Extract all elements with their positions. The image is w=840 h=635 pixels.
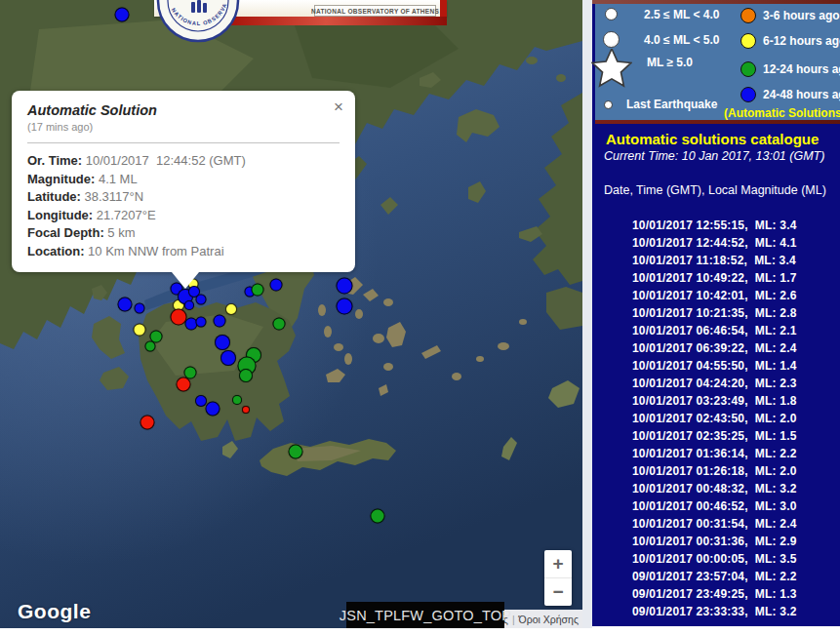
right-panel: 2.5 ≤ ML < 4.0 4.0 ≤ ML < 5.0 ML ≥ 5.0 L… — [592, 0, 840, 626]
popup-field-longitude: Longitude: 21.7207°E — [27, 207, 340, 225]
legend-time-label-3: 12-24 hours ago — [763, 62, 840, 76]
catalogue-row: 10/01/2017 12:44:52, ML: 4.1 — [632, 234, 797, 252]
earthquake-marker[interactable] — [214, 315, 226, 328]
time-dot-green-icon — [740, 61, 756, 77]
attribution-separator: | — [512, 614, 515, 625]
earthquake-marker[interactable] — [135, 303, 145, 314]
last-earthquake-dot-icon — [604, 100, 613, 109]
earthquake-marker[interactable] — [145, 341, 156, 352]
legend-note: (Automatic Solutions) — [724, 106, 840, 120]
legend-mag-label-4: Last Earthquake — [626, 98, 717, 111]
info-popup: Automatic Solution (17 mins ago) × Or. T… — [12, 91, 355, 272]
catalogue-row: 10/01/2017 00:00:05, ML: 3.5 — [632, 550, 797, 568]
catalogue-row: 09/01/2017 23:49:25, ML: 1.3 — [632, 585, 797, 603]
legend-time-label-2: 6-12 hours ago — [763, 34, 840, 48]
earthquake-marker[interactable] — [140, 416, 155, 430]
catalogue-row: 10/01/2017 01:26:18, ML: 2.0 — [632, 462, 797, 480]
catalogue-row: 10/01/2017 10:21:35, ML: 2.8 — [632, 304, 797, 322]
popup-field-magnitude: Magnitude: 4.1 ML — [27, 171, 340, 189]
zoom-control: + − — [544, 550, 572, 606]
catalogue-row: 10/01/2017 04:55:50, ML: 1.4 — [632, 357, 797, 375]
earthquake-marker[interactable] — [220, 350, 236, 366]
time-dot-blue-icon — [740, 87, 756, 102]
catalogue-row: 10/01/2017 10:42:01, ML: 2.6 — [632, 287, 797, 304]
popup-title: Automatic Solution — [27, 102, 340, 118]
earthquake-marker[interactable] — [273, 318, 286, 331]
popup-age: (17 mins ago) — [27, 121, 340, 133]
earthquake-marker[interactable] — [270, 279, 283, 292]
catalogue-row: 10/01/2017 06:39:22, ML: 2.4 — [632, 339, 797, 357]
popup-field-ortime: Or. Time: 10/01/2017 12:44:52 (GMT) — [27, 152, 340, 171]
catalogue-row: 10/01/2017 02:35:25, ML: 1.5 — [632, 427, 797, 445]
catalogue-row: 10/01/2017 04:24:20, ML: 2.3 — [632, 375, 797, 392]
time-dot-yellow-icon — [740, 33, 756, 49]
earthquake-marker[interactable] — [215, 335, 230, 350]
magnitude-circle-small-icon — [605, 8, 618, 20]
magnitude-time-legend: 2.5 ≤ ML < 4.0 4.0 ≤ ML < 5.0 ML ≥ 5.0 L… — [592, 0, 840, 124]
close-icon[interactable]: × — [334, 98, 343, 117]
time-dot-orange-icon — [740, 8, 756, 23]
map-container[interactable]: NATIONAL OBSERVATORY ATHENS NATIONAL OBS… — [0, 0, 582, 628]
earthquake-marker[interactable] — [239, 369, 253, 382]
earthquake-marker[interactable] — [225, 303, 237, 315]
catalogue-row: 10/01/2017 03:23:49, ML: 1.8 — [632, 392, 797, 410]
observatory-banner: NATIONAL OBSERVATORY ATHENS NATIONAL OBS… — [151, 0, 454, 45]
goto-top-button[interactable]: JSN_TPLFW_GOTO_TOP — [346, 602, 504, 628]
catalogue-row: 10/01/2017 11:18:52, ML: 3.4 — [632, 252, 797, 269]
earthquake-marker[interactable] — [196, 317, 207, 328]
earthquake-marker[interactable] — [118, 298, 133, 312]
legend-time-label-4: 24-48 hours ago — [763, 88, 840, 101]
catalogue-row: 10/01/2017 12:55:15, ML: 3.4 — [632, 217, 797, 234]
catalogue-row: 09/01/2017 23:57:04, ML: 2.2 — [632, 568, 797, 585]
catalogue-row: 09/01/2017 23:33:33, ML: 3.2 — [632, 603, 797, 620]
star-icon — [591, 49, 632, 90]
catalogue-row: 10/01/2017 06:46:54, ML: 2.1 — [632, 322, 797, 339]
catalogue-row: 10/01/2017 00:31:54, ML: 2.4 — [632, 515, 797, 533]
earthquake-marker[interactable] — [289, 445, 303, 459]
catalogue-row: 10/01/2017 00:48:32, ML: 3.2 — [632, 480, 797, 497]
earthquake-marker[interactable] — [115, 8, 130, 22]
earthquake-marker[interactable] — [184, 300, 194, 310]
catalogue-row: 10/01/2017 01:36:14, ML: 2.2 — [632, 445, 797, 462]
earthquake-marker[interactable] — [206, 402, 220, 417]
earthquake-marker[interactable] — [371, 509, 385, 524]
legend-time-label-1: 3-6 hours ago — [763, 9, 840, 22]
catalogue-row: 10/01/2017 00:31:36, ML: 2.9 — [632, 533, 797, 550]
catalogue-columns-header: Date, Time (GMT), Local Magnitude (ML) — [604, 183, 826, 197]
catalogue-row: 10/01/2017 00:46:52, ML: 3.0 — [632, 497, 797, 515]
catalogue-row: 10/01/2017 02:43:50, ML: 2.0 — [632, 410, 797, 427]
earthquake-marker[interactable] — [242, 406, 250, 414]
earthquake-marker[interactable] — [337, 298, 353, 315]
magnitude-circle-large-icon — [603, 31, 620, 48]
popup-field-latitude: Latitude: 38.3117°N — [27, 188, 340, 207]
earthquake-marker[interactable] — [232, 395, 242, 405]
legend-mag-label-2: 4.0 ≤ ML < 5.0 — [644, 33, 719, 47]
panel-top-strip — [592, 0, 840, 4]
zoom-out-button[interactable]: − — [544, 578, 572, 606]
panel-gutter — [582, 0, 592, 628]
catalogue-title: Automatic solutions catalogue — [606, 131, 819, 147]
earthquake-marker[interactable] — [196, 295, 207, 305]
earthquake-marker[interactable] — [337, 278, 353, 295]
terms-of-use-link[interactable]: Όροι Χρήσης — [519, 614, 579, 625]
popup-field-location: Location: 10 Km NNW from Patrai — [27, 243, 340, 261]
earthquake-marker[interactable] — [252, 284, 264, 297]
earthquake-marker[interactable] — [134, 324, 146, 337]
banner-title: NATIONAL OBSERVATORY OF ATHENS — [314, 5, 436, 17]
zoom-in-button[interactable]: + — [544, 550, 572, 578]
popup-tail — [172, 272, 199, 289]
legend-mag-label-1: 2.5 ≤ ML < 4.0 — [644, 8, 719, 21]
google-logo[interactable]: Google — [18, 600, 91, 623]
catalogue-rows: 10/01/2017 12:55:15, ML: 3.410/01/2017 1… — [632, 217, 797, 620]
earthquake-marker[interactable] — [177, 377, 191, 392]
current-time: Current Time: 10 Jan 2017, 13:01 (GMT) — [604, 149, 824, 163]
observatory-seal-icon: NATIONAL OBSERVATORY ATHENS — [156, 0, 240, 45]
popup-field-depth: Focal Depth: 5 km — [27, 224, 340, 243]
solutions-catalogue: Automatic solutions catalogue Current Ti… — [592, 124, 840, 626]
banner-red-strip — [227, 17, 447, 25]
catalogue-row: 10/01/2017 10:49:22, ML: 1.7 — [632, 269, 797, 287]
map-attribution: ς | Όροι Χρήσης — [500, 610, 582, 628]
legend-mag-label-3: ML ≥ 5.0 — [647, 56, 693, 69]
popup-divider — [27, 142, 340, 143]
